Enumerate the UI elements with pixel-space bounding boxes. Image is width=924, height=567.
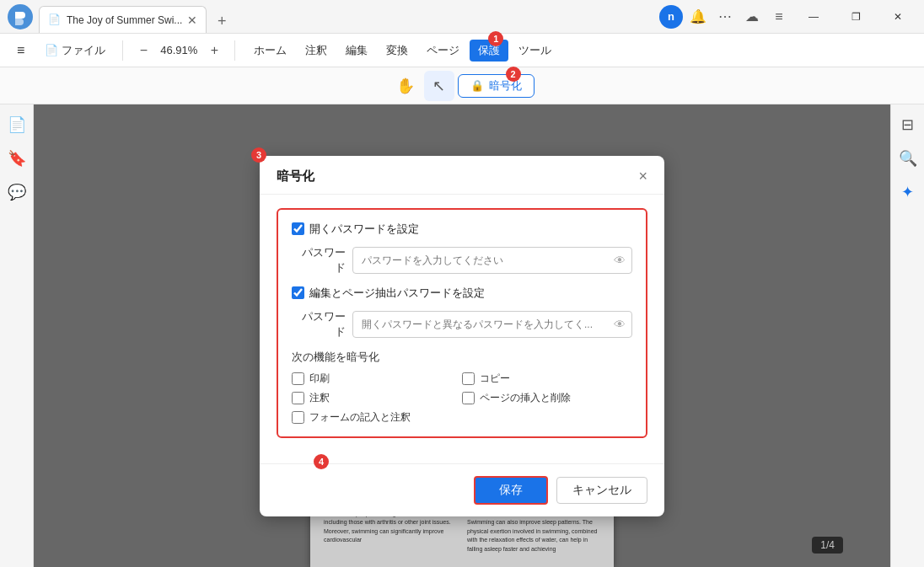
notification-bell-icon[interactable]: 🔔 bbox=[686, 5, 710, 29]
feature-insert-delete: ページの挿入と削除 bbox=[462, 391, 632, 405]
feature-form: フォームの記入と注釈 bbox=[292, 410, 462, 425]
tab-convert[interactable]: 変換 bbox=[378, 40, 416, 62]
new-tab-button[interactable]: + bbox=[210, 9, 234, 33]
edit-password-checkbox[interactable] bbox=[292, 286, 304, 299]
zoom-value-display[interactable]: 46.91% bbox=[157, 44, 201, 56]
feature-annotate: 注釈 bbox=[292, 391, 462, 405]
feature-copy-label: コピー bbox=[480, 372, 510, 386]
open-password-label-text: 開くパスワードを設定 bbox=[309, 222, 419, 237]
sidebar-thumbnail-icon[interactable]: 📄 bbox=[3, 111, 30, 138]
open-password-checkbox-label[interactable]: 開くパスワードを設定 bbox=[292, 222, 419, 237]
tab-edit[interactable]: 編集 bbox=[337, 40, 376, 62]
menu-button[interactable]: ≡ bbox=[10, 40, 31, 62]
feature-copy: コピー bbox=[462, 372, 632, 386]
tab-area: 📄 The Joy of Summer Swi... ✕ + bbox=[39, 0, 349, 33]
edit-password-eye-icon[interactable]: 👁 bbox=[614, 318, 626, 331]
badge-4: 4 bbox=[314, 454, 329, 469]
dialog-overlay: 3 暗号化 × 開くパスワードを設定 bbox=[34, 104, 890, 567]
cloud-icon[interactable]: ☁ bbox=[740, 5, 764, 29]
edit-password-field-row: パスワード 👁 bbox=[292, 309, 632, 340]
password-section: 開くパスワードを設定 パスワード 👁 bbox=[277, 208, 647, 438]
feature-insert-delete-checkbox[interactable] bbox=[462, 392, 475, 404]
feature-insert-delete-label: ページの挿入と削除 bbox=[480, 391, 571, 405]
right-sidebar-panel-icon[interactable]: ⊟ bbox=[894, 111, 921, 138]
sidebar-bookmark-icon[interactable]: 🔖 bbox=[3, 145, 30, 172]
save-button[interactable]: 保存 bbox=[474, 476, 548, 505]
secondary-toolbar: ✋ ↖ 🔒 暗号化 2 bbox=[0, 67, 924, 104]
feature-annotate-checkbox[interactable] bbox=[292, 392, 304, 404]
dialog-header: 暗号化 × bbox=[260, 156, 664, 195]
tab-home[interactable]: ホーム bbox=[245, 40, 295, 62]
edit-password-field-label: パスワード bbox=[292, 309, 346, 340]
file-label: ファイル bbox=[62, 43, 105, 58]
feature-annotate-label: 注釈 bbox=[309, 391, 330, 405]
feature-form-checkbox[interactable] bbox=[292, 411, 304, 424]
menu-expand-icon[interactable]: ≡ bbox=[767, 5, 791, 29]
dialog-close-button[interactable]: × bbox=[638, 168, 647, 185]
tab-page[interactable]: ページ bbox=[418, 40, 468, 62]
encrypt-features-label: 次の機能を暗号化 bbox=[292, 350, 632, 365]
dialog-footer: 4 保存 キャンセル bbox=[260, 463, 664, 516]
right-sidebar-sparkle-icon[interactable]: ✦ bbox=[894, 179, 921, 206]
maximize-button[interactable]: ❐ bbox=[836, 3, 875, 30]
select-tool-button[interactable]: ↖ bbox=[424, 71, 454, 101]
app-logo bbox=[7, 3, 34, 30]
titlebar: 📄 The Joy of Summer Swi... ✕ + n 🔔 ⋯ ☁ ≡… bbox=[0, 0, 924, 34]
edit-password-checkbox-label[interactable]: 編集とページ抽出パスワードを設定 bbox=[292, 286, 485, 301]
open-password-input[interactable] bbox=[352, 247, 632, 274]
feature-print: 印刷 bbox=[292, 372, 462, 386]
encrypt-button[interactable]: 🔒 暗号化 2 bbox=[458, 74, 535, 98]
feature-copy-checkbox[interactable] bbox=[462, 372, 475, 385]
user-avatar[interactable]: n bbox=[659, 5, 683, 29]
hand-tool-button[interactable]: ✋ bbox=[390, 71, 421, 101]
tab-close-button[interactable]: ✕ bbox=[187, 14, 197, 26]
zoom-in-button[interactable]: + bbox=[204, 40, 224, 61]
nav-tabs: ホーム 注釈 編集 変換 ページ 保護 1 ツール bbox=[245, 40, 560, 62]
right-sidebar: ⊟ 🔍 ✦ bbox=[890, 104, 924, 567]
feature-print-checkbox[interactable] bbox=[292, 372, 304, 385]
open-password-field-row: パスワード 👁 bbox=[292, 245, 632, 275]
encrypt-features-grid: 印刷 コピー 注釈 bbox=[292, 372, 632, 425]
badge-2: 2 bbox=[506, 67, 521, 82]
tab-annotate[interactable]: 注釈 bbox=[297, 40, 336, 62]
tab-title: The Joy of Summer Swi... bbox=[67, 14, 182, 26]
settings-icon[interactable]: ⋯ bbox=[713, 5, 737, 29]
open-password-field-label: パスワード bbox=[292, 245, 346, 275]
edit-password-row: 編集とページ抽出パスワードを設定 bbox=[292, 286, 632, 301]
zoom-out-button[interactable]: − bbox=[133, 40, 153, 61]
tab-favicon: 📄 bbox=[48, 13, 62, 27]
sidebar-comment-icon[interactable]: 💬 bbox=[3, 179, 30, 206]
minimize-button[interactable]: — bbox=[794, 3, 833, 30]
open-password-eye-icon[interactable]: 👁 bbox=[614, 254, 626, 267]
main-toolbar: ≡ 📄 ファイル − 46.91% + ホーム 注釈 編集 変換 ページ 保護 … bbox=[0, 34, 924, 67]
encrypt-dialog: 3 暗号化 × 開くパスワードを設定 bbox=[260, 156, 664, 516]
edit-password-label-text: 編集とページ抽出パスワードを設定 bbox=[309, 286, 485, 301]
tab-tools[interactable]: ツール bbox=[510, 40, 560, 62]
tab-protect[interactable]: 保護 1 bbox=[470, 40, 508, 62]
file-icon: 📄 bbox=[45, 44, 58, 56]
separator bbox=[122, 40, 123, 61]
titlebar-controls: n 🔔 ⋯ ☁ ≡ — ❐ ✕ bbox=[659, 3, 917, 30]
lock-icon: 🔒 bbox=[470, 79, 484, 92]
pdf-viewer: running, swimming is gentle on the joint… bbox=[34, 104, 890, 567]
left-sidebar: 📄 🔖 💬 bbox=[0, 104, 34, 567]
hamburger-icon: ≡ bbox=[17, 43, 24, 58]
zoom-controls: − 46.91% + bbox=[133, 40, 224, 61]
open-password-input-wrap: 👁 bbox=[352, 247, 632, 274]
right-sidebar-search-icon[interactable]: 🔍 bbox=[894, 145, 921, 172]
feature-print-label: 印刷 bbox=[309, 372, 330, 386]
dialog-title: 暗号化 bbox=[277, 168, 314, 185]
cancel-button[interactable]: キャンセル bbox=[556, 477, 647, 504]
separator2 bbox=[234, 40, 235, 61]
feature-form-label: フォームの記入と注釈 bbox=[309, 410, 411, 425]
file-menu-button[interactable]: 📄 ファイル bbox=[38, 40, 112, 62]
badge-3: 3 bbox=[251, 147, 266, 163]
badge-1: 1 bbox=[488, 31, 503, 46]
edit-password-input-wrap: 👁 bbox=[352, 311, 632, 338]
active-tab[interactable]: 📄 The Joy of Summer Swi... ✕ bbox=[39, 6, 207, 33]
open-password-checkbox[interactable] bbox=[292, 222, 304, 235]
edit-password-input[interactable] bbox=[352, 311, 632, 338]
open-password-row: 開くパスワードを設定 bbox=[292, 222, 632, 237]
close-window-button[interactable]: ✕ bbox=[878, 3, 917, 30]
dialog-body: 開くパスワードを設定 パスワード 👁 bbox=[260, 195, 664, 463]
